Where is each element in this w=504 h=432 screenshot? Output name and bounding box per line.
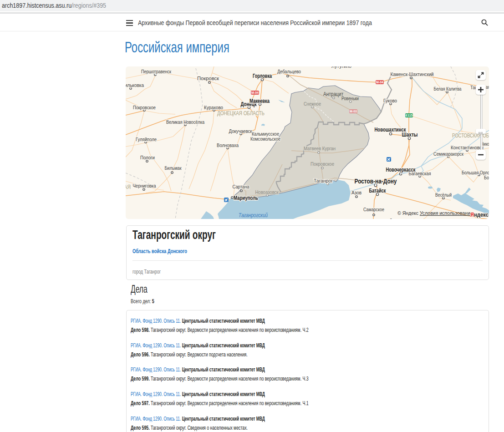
svg-text:Дебальцево: Дебальцево [277,69,301,74]
svg-text:Семикаракорск: Семикаракорск [433,151,463,157]
svg-text:Волноваха: Волноваха [217,142,239,148]
svg-text:Гуково: Гуково [383,98,397,103]
svg-text:Покровск: Покровск [197,76,219,81]
svg-text:Новоазовск: Новоазовск [255,189,279,195]
svg-text:АЯ: АЯ [126,183,131,190]
svg-text:Макеевка: Макеевка [249,98,270,104]
svg-text:Матвеев Курган: Матвеев Курган [304,146,336,151]
svg-text:Ровеньки: Ровеньки [341,96,359,101]
svg-text:Бо: Бо [484,175,489,180]
svg-text:ДОНЕЦКАЯ ОБЛАСТЬ: ДОНЕЦКАЯ ОБЛАСТЬ [217,110,265,117]
svg-text:М-04: М-04 [376,81,383,84]
svg-text:М-04: М-04 [251,91,259,94]
svg-text:ильковка: ильковка [126,82,144,88]
svg-text:ая: ая [486,84,489,90]
svg-text:Черниговка: Черниговка [133,183,157,188]
svg-text:Покровское: Покровское [311,161,334,167]
svg-text:Батайск: Батайск [369,188,387,194]
svg-text:Докучаевск: Докучаевск [229,128,252,134]
svg-text:Таганрогский: Таганрогский [239,212,268,219]
svg-text:© Яндекс Условия использования: © Яндекс Условия использования [397,210,473,216]
svg-text:Снежное: Снежное [304,101,321,107]
svg-text:Горловка: Горловка [253,73,272,79]
svg-text:Зерноград: Зерноград [390,218,410,219]
svg-text:Шахты: Шахты [402,132,418,138]
svg-text:Новочеркасск: Новочеркасск [386,167,416,173]
svg-text:Лутугино: Лутугино [331,66,351,69]
svg-text:Каменск-Шахтинский: Каменск-Шахтинский [391,71,434,77]
svg-text:Мариуполь: Мариуполь [234,194,258,201]
svg-text:Сартана: Сартана [233,184,250,189]
svg-text:Самарское: Самарское [363,207,384,212]
svg-text:Азов: Азов [351,190,361,195]
svg-text:Покровское: Покровское [133,105,156,110]
svg-text:Першотравенск: Першотравенск [141,69,171,74]
svg-text:Е115: Е115 [406,114,413,117]
svg-text:Антрацит: Антрацит [323,91,343,97]
svg-text:Бильмак: Бильмак [165,165,182,171]
svg-text:М-03: М-03 [350,110,357,113]
svg-text:Великая Новосёлка: Великая Новосёлка [166,119,205,125]
svg-text:Весёлый: Весёлый [435,192,452,198]
svg-text:Белая Калитва: Белая Калитва [434,86,462,91]
svg-text:Гуляйполе: Гуляйполе [136,137,157,142]
svg-text:Таганрог: Таганрог [314,178,333,183]
svg-text:Ростов-на-Дону: Ростов-на-Дону [355,177,397,185]
svg-text:Комсомольское: Комсомольское [250,136,280,142]
svg-text:Яндекс: Яндекс [470,211,489,218]
svg-text:Нико: Нико [481,141,489,147]
svg-text:Пологи: Пологи [140,155,155,160]
